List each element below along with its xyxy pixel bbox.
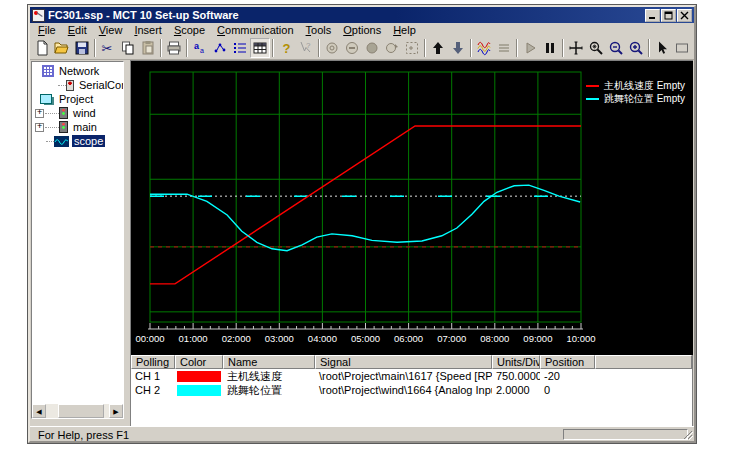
parameter-view-button[interactable]: aa — [190, 38, 210, 58]
channel-row-ch2[interactable]: CH 2 跳舞轮位置 \root\Project\wind\1664 {Anal… — [131, 383, 692, 397]
menu-communication[interactable]: Communication — [211, 24, 299, 36]
channel-row-ch1[interactable]: CH 1 主机线速度 \root\Project\main\1617 {Spee… — [131, 369, 692, 383]
tree-horizontal-scrollbar[interactable]: ◀ ▶ — [32, 404, 123, 418]
detail-list-view-button[interactable] — [230, 38, 250, 58]
channel-table-header: Polling Color Name Signal Units/Div Posi… — [131, 355, 692, 369]
cut-icon: ✂ — [100, 40, 116, 56]
selection-box-button[interactable] — [672, 38, 692, 58]
toolbar-separator — [470, 39, 472, 57]
connections-view-button[interactable] — [210, 38, 230, 58]
record-button[interactable] — [362, 38, 382, 58]
menu-tools[interactable]: Tools — [300, 24, 338, 36]
tree-item-main[interactable]: main — [32, 120, 123, 134]
run-arrow-button[interactable] — [382, 38, 402, 58]
crosshair-icon — [568, 40, 584, 56]
network-icon — [42, 65, 54, 77]
move-up-icon — [430, 40, 446, 56]
channel-lines-button[interactable] — [494, 38, 514, 58]
maximize-button[interactable] — [661, 9, 676, 22]
parameter-view-icon: aa — [192, 40, 208, 56]
scope-chart[interactable]: 00:00001:00002:00003:00004:00005:00006:0… — [131, 61, 693, 355]
tree-item-scope[interactable]: scope — [32, 134, 123, 148]
zoom-cursor-icon — [588, 40, 604, 56]
tree-item-wind[interactable]: wind — [32, 106, 123, 120]
scope-waves-button[interactable] — [474, 38, 494, 58]
help-button[interactable]: ? — [276, 38, 296, 58]
stop-button[interactable] — [342, 38, 362, 58]
toolbar-separator — [160, 39, 162, 57]
move-up-button[interactable] — [428, 38, 448, 58]
legend-item-ch1: 主机线速度 Empty — [586, 79, 685, 92]
zoom-out-button[interactable] — [606, 38, 626, 58]
motor-coil-button[interactable] — [322, 38, 342, 58]
project-tree: Network SerialCom Project wind — [32, 64, 123, 148]
svg-text:?: ? — [306, 41, 311, 50]
print-button[interactable] — [164, 38, 184, 58]
x-tick-label: 04:000 — [308, 333, 337, 344]
col-polling[interactable]: Polling — [131, 355, 175, 369]
tree-item-project[interactable]: Project — [32, 92, 123, 106]
menu-edit[interactable]: Edit — [62, 24, 93, 36]
legend-dash-ch2 — [586, 98, 599, 100]
drive-icon — [59, 121, 68, 133]
save-button[interactable] — [72, 38, 92, 58]
channel-table: Polling Color Name Signal Units/Div Posi… — [131, 355, 692, 427]
move-down-icon — [450, 40, 466, 56]
client-area: Network SerialCom Project wind — [30, 60, 694, 428]
scroll-left-button[interactable]: ◀ — [32, 404, 46, 418]
move-down-button[interactable] — [448, 38, 468, 58]
copy-button[interactable] — [118, 38, 138, 58]
context-help-button[interactable]: ? — [296, 38, 316, 58]
ch2-color-swatch — [177, 385, 221, 396]
legend-dash-ch1 — [586, 85, 599, 87]
scroll-right-button[interactable]: ▶ — [109, 404, 123, 418]
selection-marquee-button[interactable] — [402, 38, 422, 58]
pointer-button[interactable] — [652, 38, 672, 58]
grid-view-button[interactable] — [250, 38, 270, 58]
new-file-button[interactable] — [32, 38, 52, 58]
col-position[interactable]: Position — [540, 355, 595, 369]
col-signal[interactable]: Signal — [315, 355, 492, 369]
tree-item-serialcom[interactable]: SerialCom — [32, 78, 123, 92]
play-button[interactable] — [520, 38, 540, 58]
menu-help[interactable]: Help — [387, 24, 422, 36]
cut-button[interactable]: ✂ — [98, 38, 118, 58]
minimize-button[interactable] — [645, 9, 660, 22]
play-icon — [522, 40, 538, 56]
toolbar-separator — [516, 39, 518, 57]
open-file-button[interactable] — [52, 38, 72, 58]
paste-button[interactable] — [138, 38, 158, 58]
zoom-in-button[interactable] — [626, 38, 646, 58]
status-bar: For Help, press F1 — [30, 426, 694, 441]
menu-file[interactable]: File — [32, 24, 62, 36]
pause-button[interactable] — [540, 38, 560, 58]
window-title: FC301.ssp - MCT 10 Set-up Software — [48, 9, 645, 21]
menu-view[interactable]: View — [93, 24, 129, 36]
expand-plus-icon[interactable] — [35, 123, 44, 132]
next-marker-button[interactable] — [692, 38, 694, 58]
copy-icon — [120, 40, 136, 56]
maximize-icon — [664, 11, 673, 20]
crosshair-cursor-button[interactable] — [566, 38, 586, 58]
close-icon — [680, 11, 689, 20]
menu-scope[interactable]: Scope — [168, 24, 211, 36]
menu-insert[interactable]: Insert — [128, 24, 168, 36]
title-bar[interactable]: FC301.ssp - MCT 10 Set-up Software — [30, 7, 694, 23]
tree-connector — [58, 85, 66, 86]
resize-grip[interactable] — [681, 428, 693, 440]
toolbar-separator — [318, 39, 320, 57]
tree-item-network[interactable]: Network — [32, 64, 123, 78]
col-name[interactable]: Name — [223, 355, 315, 369]
close-button[interactable] — [677, 9, 692, 22]
scope-waves-icon — [54, 136, 69, 147]
x-tick-label: 00:000 — [135, 333, 164, 344]
scroll-thumb[interactable] — [58, 404, 104, 418]
menu-options[interactable]: Options — [337, 24, 387, 36]
col-color[interactable]: Color — [175, 355, 223, 369]
x-tick-label: 06:000 — [394, 333, 423, 344]
drive-icon — [59, 107, 68, 119]
expand-plus-icon[interactable] — [35, 109, 44, 118]
col-unitsdiv[interactable]: Units/Div — [492, 355, 540, 369]
help-icon: ? — [278, 40, 294, 56]
zoom-cursor-button[interactable] — [586, 38, 606, 58]
